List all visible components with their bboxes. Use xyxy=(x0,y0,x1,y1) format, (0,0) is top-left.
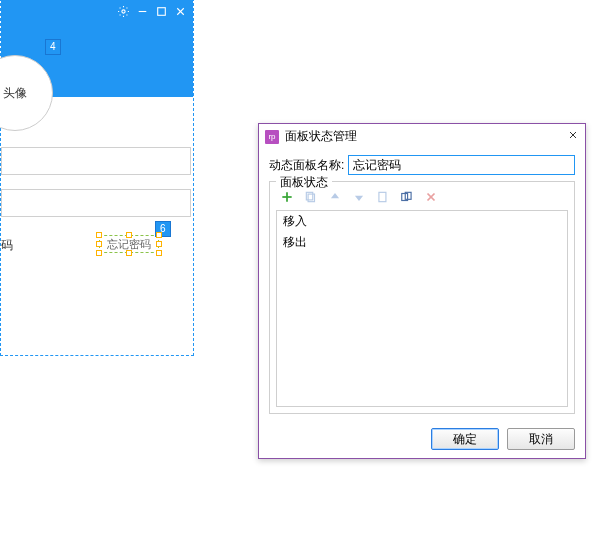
window-controls xyxy=(117,5,187,21)
duplicate-state-button[interactable] xyxy=(304,190,318,204)
dialog-close-button[interactable] xyxy=(567,129,579,144)
resize-handle-e[interactable] xyxy=(156,241,162,247)
resize-handle-w[interactable] xyxy=(96,241,102,247)
svg-point-0 xyxy=(122,10,125,13)
dialog-footer: 确定 取消 xyxy=(259,422,585,458)
states-legend: 面板状态 xyxy=(276,174,332,191)
resize-handle-n[interactable] xyxy=(126,232,132,238)
resize-handle-s[interactable] xyxy=(126,250,132,256)
move-up-button[interactable] xyxy=(328,190,342,204)
gear-icon[interactable] xyxy=(117,5,130,21)
resize-handle-sw[interactable] xyxy=(96,250,102,256)
move-down-button[interactable] xyxy=(352,190,366,204)
states-toolbar xyxy=(276,188,568,210)
svg-rect-9 xyxy=(308,194,314,202)
state-item[interactable]: 移入 xyxy=(277,211,567,232)
close-icon[interactable] xyxy=(174,5,187,21)
maximize-icon[interactable] xyxy=(155,5,168,21)
svg-rect-10 xyxy=(306,192,312,200)
mock-input-1[interactable] xyxy=(1,147,191,175)
selected-widget-forgot[interactable]: 忘记密码 xyxy=(99,235,159,253)
add-state-button[interactable] xyxy=(280,190,294,204)
states-list[interactable]: 移入移出 xyxy=(276,210,568,407)
resize-handle-se[interactable] xyxy=(156,250,162,256)
dialog-title: 面板状态管理 xyxy=(285,128,561,145)
edit-all-button[interactable] xyxy=(400,190,414,204)
svg-rect-11 xyxy=(379,192,386,201)
panel-name-row: 动态面板名称: xyxy=(269,155,575,175)
design-canvas: 头像 4 码 6 忘记密码 xyxy=(0,0,194,356)
dialog-body: 动态面板名称: 面板状态 xyxy=(259,149,585,422)
dialog-titlebar[interactable]: rp 面板状态管理 xyxy=(259,124,585,149)
states-fieldset: 面板状态 xyxy=(269,181,575,414)
edit-state-button[interactable] xyxy=(376,190,390,204)
svg-rect-2 xyxy=(158,8,166,16)
panel-name-input[interactable] xyxy=(348,155,575,175)
partial-label: 码 xyxy=(1,237,13,254)
layer-badge-4: 4 xyxy=(45,39,61,55)
cancel-button[interactable]: 取消 xyxy=(507,428,575,450)
minimize-icon[interactable] xyxy=(136,5,149,21)
mock-input-2[interactable] xyxy=(1,189,191,217)
delete-state-button[interactable] xyxy=(424,190,438,204)
panel-name-label: 动态面板名称: xyxy=(269,157,344,174)
resize-handle-ne[interactable] xyxy=(156,232,162,238)
ok-button[interactable]: 确定 xyxy=(431,428,499,450)
state-item[interactable]: 移出 xyxy=(277,232,567,253)
app-icon: rp xyxy=(265,130,279,144)
resize-handle-nw[interactable] xyxy=(96,232,102,238)
avatar-label: 头像 xyxy=(3,85,27,102)
panel-state-manager-dialog: rp 面板状态管理 动态面板名称: 面板状态 xyxy=(258,123,586,459)
